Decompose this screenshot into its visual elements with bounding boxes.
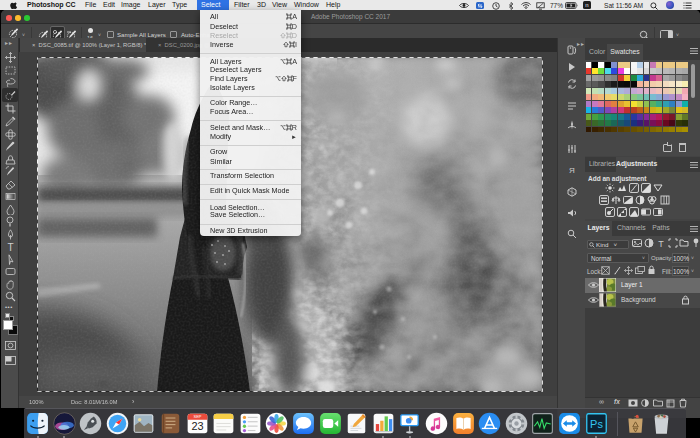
svg-text:23: 23	[191, 420, 203, 432]
svg-text:T: T	[7, 242, 13, 253]
svg-text:SEP: SEP	[193, 414, 201, 419]
svg-text:T: T	[658, 239, 664, 249]
svg-text:Ps: Ps	[590, 417, 603, 429]
svg-text:Я: Я	[569, 166, 575, 175]
